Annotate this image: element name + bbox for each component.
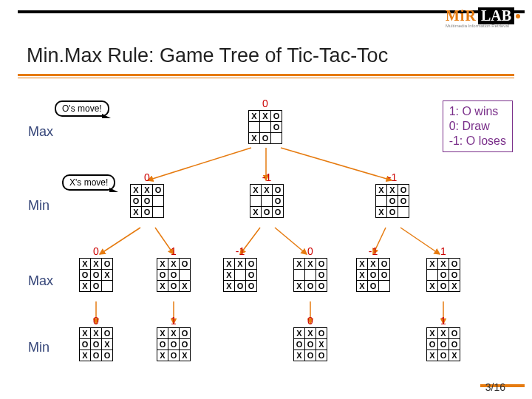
board-cell: X: [294, 281, 305, 292]
tree-node: 0 XXOOOXXOO: [79, 315, 113, 361]
node-score: 0: [79, 315, 113, 327]
board-cell: O: [153, 185, 164, 196]
page-number: 3/16: [485, 381, 505, 393]
board-cell: [398, 207, 409, 218]
board: XXOOXO: [248, 110, 282, 144]
board-cell: O: [91, 350, 102, 361]
board-cell: X: [249, 133, 260, 144]
board-cell: O: [180, 259, 191, 270]
board-cell: O: [91, 281, 102, 292]
board-cell: O: [262, 207, 273, 218]
board-cell: O: [102, 350, 113, 361]
node-score: 0: [130, 171, 164, 183]
board-cell: X: [427, 328, 438, 339]
board-cell: X: [157, 281, 168, 292]
board-cell: O: [157, 339, 168, 350]
callout-tail-icon: [102, 114, 111, 118]
board-cell: X: [224, 270, 235, 281]
board-cell: O: [316, 281, 327, 292]
board-cell: [153, 196, 164, 207]
board-cell: O: [368, 270, 379, 281]
board-cell: [260, 122, 271, 133]
node-score: -1: [356, 245, 390, 257]
layer-label-1: Min: [28, 198, 50, 214]
board-cell: [250, 196, 262, 207]
board-cell: O: [246, 270, 257, 281]
board-cell: X: [262, 185, 273, 196]
board-cell: X: [357, 270, 368, 281]
board-cell: X: [305, 328, 316, 339]
board-cell: O: [438, 339, 449, 350]
board-cell: X: [91, 328, 102, 339]
tree-node: -1 XXOXOXOO: [223, 245, 257, 292]
board-cell: [271, 133, 282, 144]
board-cell: O: [91, 270, 102, 281]
board-cell: X: [131, 207, 142, 218]
board-cell: O: [180, 328, 191, 339]
board-cell: O: [102, 328, 113, 339]
board-cell: [249, 122, 260, 133]
callout-o-move: O's move!: [55, 100, 109, 117]
tree-node: -1 XXOOXOO: [250, 171, 284, 218]
node-score: 1: [426, 245, 460, 257]
board-cell: [294, 270, 305, 281]
node-score: 1: [157, 315, 191, 327]
board-cell: O: [449, 259, 460, 270]
board-cell: O: [438, 281, 449, 292]
page-total: 16: [494, 381, 505, 393]
board-cell: O: [80, 270, 91, 281]
board-cell: O: [235, 281, 246, 292]
node-score: 0: [79, 245, 113, 257]
board-cell: [376, 196, 387, 207]
board-cell: O: [398, 196, 409, 207]
board-cell: O: [168, 270, 180, 281]
tree-node: 0 XXOOOXXO: [79, 245, 113, 292]
board-cell: O: [305, 281, 316, 292]
board: XXOOOOXOX: [157, 327, 191, 361]
board-cell: X: [168, 328, 180, 339]
board-cell: O: [398, 185, 409, 196]
board-cell: O: [246, 281, 257, 292]
board-cell: X: [80, 350, 91, 361]
tree-node-root: 0 XXOOXO: [248, 98, 282, 144]
board-cell: O: [273, 185, 284, 196]
node-score: 0: [248, 98, 282, 109]
tree-node: -1 XXOOOXO: [375, 171, 409, 218]
board-cell: O: [168, 339, 180, 350]
board-cell: O: [80, 339, 91, 350]
node-score: -1: [250, 171, 284, 183]
board-cell: X: [449, 350, 460, 361]
slide-title: Min.Max Rule: Game Tree of Tic-Tac-Toc: [27, 44, 388, 67]
board-cell: O: [379, 270, 390, 281]
board-cell: X: [102, 270, 113, 281]
board-cell: [427, 270, 438, 281]
tree-node: -1 XXOXOOXO: [356, 245, 390, 292]
board: XXOXOOXO: [356, 258, 390, 292]
board: XXOOOXXOO: [79, 327, 113, 361]
logo-brand1: MiR: [446, 7, 477, 24]
board-cell: X: [376, 185, 387, 196]
board-cell: X: [80, 281, 91, 292]
board-cell: X: [249, 111, 260, 122]
board-cell: [153, 207, 164, 218]
tree-node: 0 XXOOXOO: [293, 245, 327, 292]
tree-node: 1 XXOOOXOX: [157, 245, 191, 292]
board-cell: X: [316, 339, 327, 350]
board-cell: X: [438, 328, 449, 339]
board-cell: O: [387, 207, 398, 218]
board-cell: X: [438, 259, 449, 270]
board-cell: X: [180, 350, 191, 361]
tree-node: 0 XXOOOXO: [130, 171, 164, 218]
callout-tail-icon: [109, 188, 118, 192]
board-cell: X: [294, 328, 305, 339]
board: XXOXOXOO: [223, 258, 257, 292]
board-cell: O: [368, 281, 379, 292]
board-cell: [379, 281, 390, 292]
board-cell: X: [235, 259, 246, 270]
logo-brand2: LAB: [478, 7, 514, 24]
tree-node: 0 XXOOOXXOO: [293, 315, 327, 361]
board-cell: O: [449, 339, 460, 350]
board: XXOOOXXO: [79, 258, 113, 292]
board-cell: O: [271, 122, 282, 133]
legend-line: 0: Draw: [449, 119, 506, 134]
